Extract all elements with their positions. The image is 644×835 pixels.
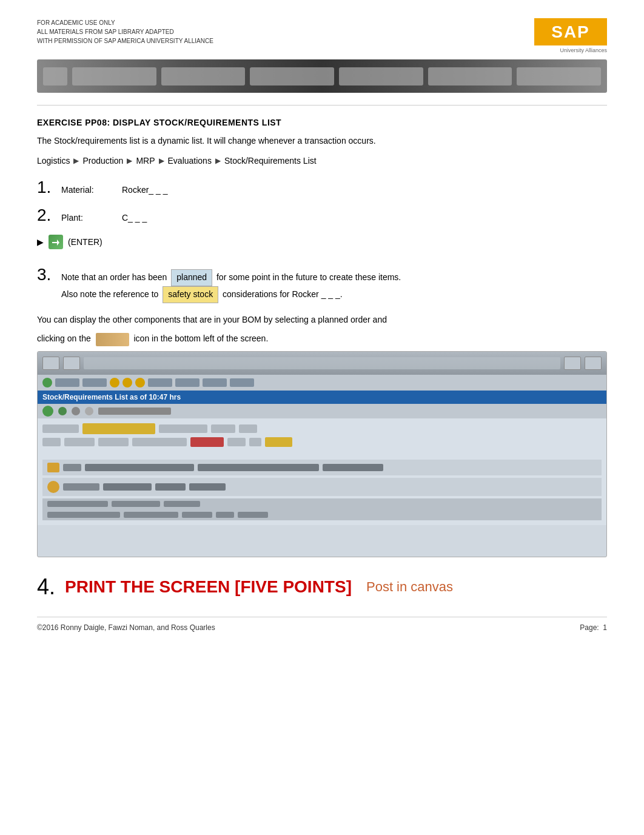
step-4-number: 4. [37, 574, 55, 600]
footer: ©2016 Ronny Daigle, Fawzi Noman, and Ros… [37, 617, 607, 632]
ss-cell-5 [42, 438, 61, 446]
sap-logo: SAP [534, 18, 607, 45]
divider [37, 105, 607, 106]
step-2-number: 2. [37, 207, 61, 224]
ss-big-text-4 [103, 483, 152, 491]
toolbar-item [161, 67, 246, 86]
nav-arrow-1: ▶ [73, 156, 79, 165]
nav-item-mrp: MRP [136, 156, 155, 166]
nav-path: Logistics ▶ Production ▶ MRP ▶ Evaluatio… [37, 156, 607, 166]
ss-icon-yellow-1 [110, 378, 119, 387]
para2-before: clicking on the [37, 334, 91, 343]
step-1-value: Rocker_ _ _ [122, 185, 167, 195]
header-disclaimer: FOR ACADEMIC USE ONLY ALL MATERIALS FROM… [37, 18, 213, 45]
para2-after: icon in the bottom left of the screen. [134, 334, 269, 343]
ss-cell-7 [98, 438, 129, 446]
ss-cell-2 [159, 424, 207, 433]
ss-icon-yellow-2 [122, 378, 132, 387]
step-3-number: 3. [37, 266, 61, 283]
footer-page: Page: 1 [580, 623, 607, 632]
step-enter: ▶ (ENTER) [37, 235, 607, 249]
ss-small-2 [63, 483, 99, 491]
ss-body [38, 418, 606, 525]
step-1: 1. Material: Rocker_ _ _ [37, 179, 607, 196]
description: The Stock/requirements list is a dynamic… [37, 135, 607, 147]
ss-status-5 [124, 512, 178, 518]
ss-icon4 [85, 407, 93, 415]
ss-small-1 [63, 464, 81, 471]
ss-status-8 [238, 512, 268, 518]
nav-item-logistics: Logistics [37, 156, 70, 166]
ss-btn-2 [63, 357, 80, 370]
step-1-label: Material: [61, 185, 122, 195]
ss-icon3 [72, 407, 80, 415]
nav-arrow-3: ▶ [159, 156, 164, 165]
ss-icon-green [42, 378, 52, 387]
ss-toolbar [38, 352, 606, 375]
ss-cell-3 [211, 424, 235, 433]
ss-cell-1 [42, 424, 79, 433]
ss-icon-rect-3 [148, 378, 172, 387]
ss-title-bar: Stock/Requirements List as of 10:47 hrs [38, 391, 606, 404]
step-4-post-label: Post in canvas [366, 579, 453, 595]
header: FOR ACADEMIC USE ONLY ALL MATERIALS FROM… [37, 18, 607, 53]
step3-highlight1: planned [171, 269, 212, 286]
step-2-value: C_ _ _ [122, 213, 147, 223]
step-3-content: Note that an order has been planned for … [61, 269, 401, 303]
exercise-title: EXERCISE PP08: DISPLAY STOCK/REQUIREMENT… [37, 118, 607, 127]
ss-icon-rect-5 [203, 378, 227, 387]
footer-copyright: ©2016 Ronny Daigle, Fawzi Noman, and Ros… [37, 623, 215, 632]
toolbar-item [43, 67, 67, 86]
ss-cell-yellow-1 [82, 423, 155, 434]
ss-cell-8 [132, 438, 187, 446]
ss-subtitle-icon [42, 406, 53, 417]
ss-icon-rect-6 [230, 378, 254, 387]
ss-btn-3 [564, 357, 581, 370]
ss-big-text-1 [85, 464, 194, 471]
para-2: clicking on the icon in the bottom left … [37, 332, 607, 346]
toolbar-banner [37, 59, 607, 93]
step-4-text: PRINT THE SCREEN [FIVE POINTS] [65, 577, 352, 597]
ss-folder-icon [47, 463, 59, 472]
enter-arrow-icon: ▶ [37, 237, 44, 247]
toolbar-item [428, 67, 512, 86]
ss-icon-yellow-3 [135, 378, 145, 387]
step3-text-line2-before: Also note the reference to [61, 289, 158, 299]
toolbar-item [517, 67, 601, 86]
sap-screenshot: Stock/Requirements List as of 10:47 hrs [37, 351, 607, 557]
para-1: You can display the other components tha… [37, 313, 607, 327]
toolbar-item [72, 67, 156, 86]
ss-subtitle-text [98, 407, 171, 415]
step-2-label: Plant: [61, 213, 122, 223]
enter-label: (ENTER) [68, 237, 102, 247]
nav-item-production: Production [82, 156, 123, 166]
ss-status-2 [112, 501, 160, 507]
sap-logo-area: SAP University Alliances [534, 18, 607, 53]
ss-cell-4 [239, 424, 257, 433]
ss-icon-rect-1 [55, 378, 79, 387]
step3-text-before: Note that an order has been [61, 272, 167, 282]
ss-data-row-1 [42, 423, 602, 434]
ss-big-text-2 [198, 464, 319, 471]
ss-status-7 [216, 512, 234, 518]
step-3: 3. Note that an order has been planned f… [37, 266, 607, 303]
ss-big-text-6 [189, 483, 226, 491]
ss-spacer [42, 450, 602, 460]
step3-highlight2: safety stock [163, 286, 218, 303]
ss-cell-10 [249, 438, 261, 446]
ss-toolbar-text [84, 357, 560, 369]
step-4: 4. PRINT THE SCREEN [FIVE POINTS] Post i… [37, 574, 607, 600]
ss-cell-6 [64, 438, 95, 446]
ss-icons-row [38, 375, 606, 391]
nav-arrow-2: ▶ [127, 156, 132, 165]
ss-row-data [42, 478, 602, 496]
ss-status-4 [47, 512, 120, 518]
page-container: FOR ACADEMIC USE ONLY ALL MATERIALS FROM… [37, 0, 607, 650]
ss-status-row2 [42, 509, 602, 520]
nav-arrow-4: ▶ [215, 156, 221, 165]
toolbar-item [250, 67, 334, 86]
step-1-number: 1. [37, 179, 61, 196]
toolbar-item [339, 67, 423, 86]
ss-big-text-5 [155, 483, 186, 491]
ss-icon-rect-2 [82, 378, 107, 387]
